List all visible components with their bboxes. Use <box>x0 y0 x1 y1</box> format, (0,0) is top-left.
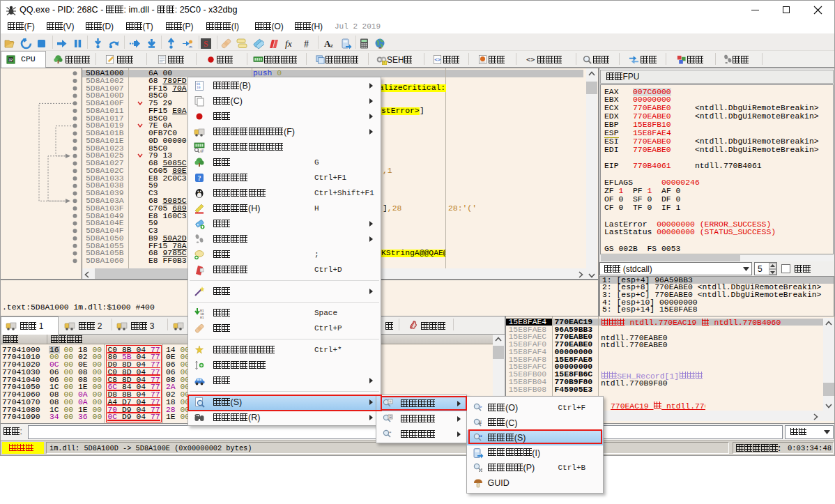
svg-text:?: ? <box>198 174 201 182</box>
svg-text:#: # <box>304 39 309 49</box>
svg-text:S: S <box>204 39 208 49</box>
svg-text:<>: <> <box>434 56 441 63</box>
svg-text:01: 01 <box>200 316 204 319</box>
svg-text:@: @ <box>200 148 204 153</box>
svg-text:<>: <> <box>526 55 535 63</box>
svg-text:#: # <box>479 419 482 425</box>
svg-text:⊞: ⊞ <box>389 415 392 419</box>
svg-text:*: * <box>389 430 392 436</box>
svg-text:z: z <box>330 42 333 49</box>
svg-text:10: 10 <box>197 86 201 89</box>
svg-text:fx: fx <box>285 38 292 49</box>
svg-text:!: ! <box>383 61 384 65</box>
svg-text:>: > <box>479 404 482 410</box>
